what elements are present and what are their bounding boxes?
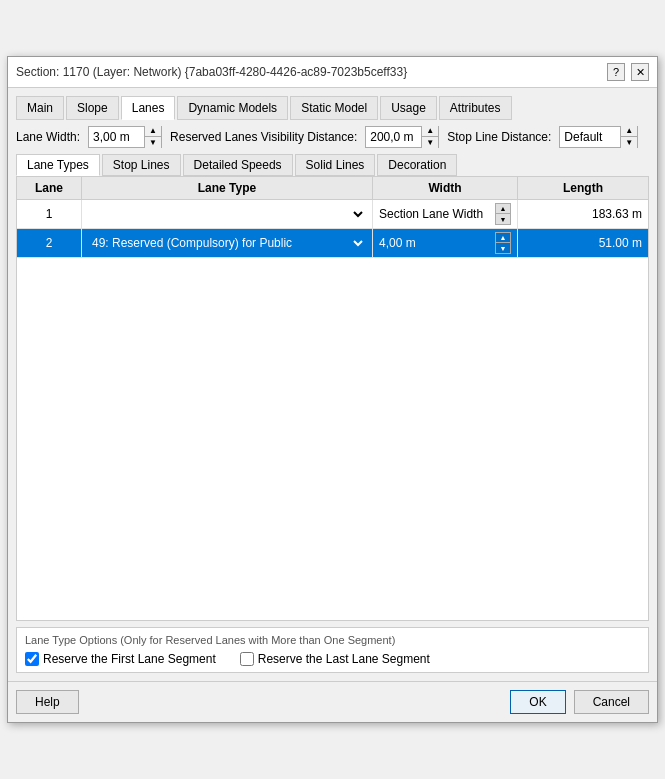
reserved-up-btn[interactable]: ▲: [422, 126, 438, 137]
row2-width[interactable]: ▲ ▼: [373, 229, 518, 257]
tab-dynamic-models[interactable]: Dynamic Models: [177, 96, 288, 120]
checkbox-first-lane-label: Reserve the First Lane Segment: [43, 652, 216, 666]
inner-tab-stop-lines[interactable]: Stop Lines: [102, 154, 181, 176]
checkbox-last-lane-label: Reserve the Last Lane Segment: [258, 652, 430, 666]
cancel-button[interactable]: Cancel: [574, 690, 649, 714]
row2-width-cell[interactable]: ▲ ▼: [379, 232, 511, 254]
row1-lane-type-dropdown[interactable]: [88, 206, 366, 222]
col-length: Length: [518, 177, 648, 199]
close-title-btn[interactable]: ✕: [631, 63, 649, 81]
inner-tabs: Lane Types Stop Lines Detailed Speeds So…: [16, 154, 649, 176]
tab-slope[interactable]: Slope: [66, 96, 119, 120]
bottom-section-label: Lane Type Options (Only for Reserved Lan…: [25, 634, 640, 646]
row1-width-cell[interactable]: ▲ ▼: [379, 203, 511, 225]
row1-lane-type[interactable]: [82, 200, 373, 228]
tab-main[interactable]: Main: [16, 96, 64, 120]
title-bar-controls: ? ✕: [607, 63, 649, 81]
checkbox-last-lane-input[interactable]: [240, 652, 254, 666]
lane-width-spinbox[interactable]: ▲ ▼: [88, 126, 162, 148]
main-tabs: Main Slope Lanes Dynamic Models Static M…: [16, 96, 649, 120]
reserved-spinbox[interactable]: ▲ ▼: [365, 126, 439, 148]
tab-lanes[interactable]: Lanes: [121, 96, 176, 120]
stop-line-input[interactable]: [560, 127, 620, 147]
table-header: Lane Lane Type Width Length: [17, 177, 648, 200]
help-button[interactable]: Help: [16, 690, 79, 714]
row2-width-spin: ▲ ▼: [495, 232, 511, 254]
tab-static-model[interactable]: Static Model: [290, 96, 378, 120]
stop-line-down-btn[interactable]: ▼: [621, 137, 637, 148]
row2-lane-type-dropdown[interactable]: 49: Reserved (Compulsory) for Public: [88, 235, 366, 251]
tab-attributes[interactable]: Attributes: [439, 96, 512, 120]
row2-lane-type[interactable]: 49: Reserved (Compulsory) for Public: [82, 229, 373, 257]
dialog-window: Section: 1170 (Layer: Network) {7aba03ff…: [7, 56, 658, 723]
row1-lane-type-select-cell[interactable]: [88, 206, 366, 222]
col-lane: Lane: [17, 177, 82, 199]
row1-length: 183.63 m: [518, 200, 648, 228]
dialog-content: Main Slope Lanes Dynamic Models Static M…: [8, 88, 657, 681]
row2-width-up[interactable]: ▲: [496, 233, 510, 243]
stop-line-up-btn[interactable]: ▲: [621, 126, 637, 137]
reserved-spin-buttons: ▲ ▼: [421, 126, 438, 148]
table-row[interactable]: 1 ▲ ▼: [17, 200, 648, 229]
inner-tab-detailed-speeds[interactable]: Detailed Speeds: [183, 154, 293, 176]
reserved-down-btn[interactable]: ▼: [422, 137, 438, 148]
row1-width-spin: ▲ ▼: [495, 203, 511, 225]
bottom-section: Lane Type Options (Only for Reserved Lan…: [16, 627, 649, 673]
help-title-btn[interactable]: ?: [607, 63, 625, 81]
tab-usage[interactable]: Usage: [380, 96, 437, 120]
row2-lane: 2: [17, 229, 82, 257]
row1-width-input[interactable]: [379, 207, 493, 221]
checkboxes-row: Reserve the First Lane Segment Reserve t…: [25, 652, 640, 666]
row1-width-up[interactable]: ▲: [496, 204, 510, 214]
settings-row: Lane Width: ▲ ▼ Reserved Lanes Visibilit…: [16, 126, 649, 148]
ok-button[interactable]: OK: [510, 690, 565, 714]
lane-width-down-btn[interactable]: ▼: [145, 137, 161, 148]
lanes-table: Lane Lane Type Width Length 1: [16, 176, 649, 621]
row2-lane-type-select-cell[interactable]: 49: Reserved (Compulsory) for Public: [88, 235, 366, 251]
checkbox-first-lane-input[interactable]: [25, 652, 39, 666]
lane-width-spin-buttons: ▲ ▼: [144, 126, 161, 148]
reserved-label: Reserved Lanes Visibility Distance:: [170, 130, 357, 144]
stop-line-spin-buttons: ▲ ▼: [620, 126, 637, 148]
checkbox-last-lane: Reserve the Last Lane Segment: [240, 652, 430, 666]
row2-width-input[interactable]: [379, 236, 493, 250]
inner-tab-solid-lines[interactable]: Solid Lines: [295, 154, 376, 176]
reserved-input[interactable]: [366, 127, 421, 147]
stop-line-spinbox[interactable]: ▲ ▼: [559, 126, 638, 148]
row1-width[interactable]: ▲ ▼: [373, 200, 518, 228]
checkbox-first-lane: Reserve the First Lane Segment: [25, 652, 216, 666]
stop-line-label: Stop Line Distance:: [447, 130, 551, 144]
row2-width-down[interactable]: ▼: [496, 243, 510, 253]
dialog-footer: Help OK Cancel: [8, 681, 657, 722]
inner-tab-decoration[interactable]: Decoration: [377, 154, 457, 176]
row1-width-down[interactable]: ▼: [496, 214, 510, 224]
col-lane-type: Lane Type: [82, 177, 373, 199]
col-width: Width: [373, 177, 518, 199]
footer-right-buttons: OK Cancel: [510, 690, 649, 714]
row2-length: 51.00 m: [518, 229, 648, 257]
row1-lane: 1: [17, 200, 82, 228]
table-row[interactable]: 2 49: Reserved (Compulsory) for Public: [17, 229, 648, 258]
title-bar: Section: 1170 (Layer: Network) {7aba03ff…: [8, 57, 657, 88]
lane-width-input[interactable]: [89, 127, 144, 147]
table-body: 1 ▲ ▼: [17, 200, 648, 620]
lane-width-up-btn[interactable]: ▲: [145, 126, 161, 137]
lane-width-label: Lane Width:: [16, 130, 80, 144]
title-bar-text: Section: 1170 (Layer: Network) {7aba03ff…: [16, 65, 407, 79]
inner-tab-lane-types[interactable]: Lane Types: [16, 154, 100, 176]
